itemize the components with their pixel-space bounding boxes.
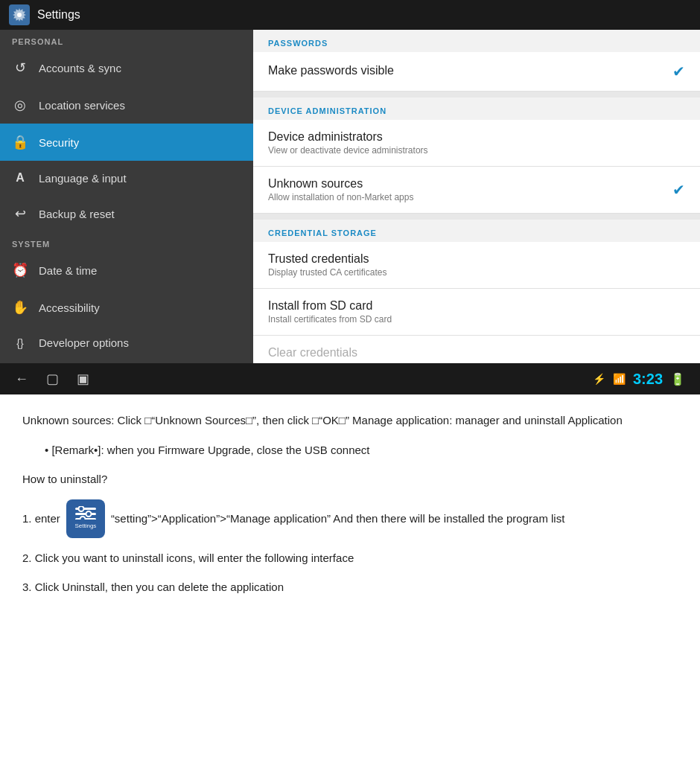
step-1-suffix: “setting”>“Application”>“Manage applicat…	[111, 509, 565, 528]
doc-step-1: 1. enter Settings “setting”>“Application…	[22, 499, 678, 538]
accessibility-label: Accessibility	[39, 301, 100, 314]
backup-reset-label: Backup & reset	[39, 208, 115, 220]
main-content: PERSONAL ↺ Accounts & sync ◎ Location se…	[0, 30, 700, 363]
device-administrators-title: Device administrators	[268, 130, 428, 144]
accessibility-icon: ✋	[12, 299, 28, 316]
make-passwords-visible-item[interactable]: Make passwords visible ✔	[253, 52, 700, 92]
system-section-label: SYSTEM	[0, 232, 253, 252]
security-label: Security	[39, 136, 79, 149]
unknown-sources-subtitle: Allow installation of non-Market apps	[268, 192, 413, 202]
divider-2	[253, 214, 700, 220]
language-input-label: Language & input	[39, 172, 127, 185]
nav-bar: ← ▢ ▣ ⚡ 📶 3:23 🔋	[0, 363, 700, 394]
svg-point-6	[80, 517, 85, 520]
battery-icon: 🔋	[670, 372, 685, 386]
location-services-icon: ◎	[12, 97, 28, 113]
settings-sliders-icon	[75, 506, 96, 520]
unknown-sources-text: Unknown sources Allow installation of no…	[268, 177, 413, 202]
nav-left-controls: ← ▢ ▣	[15, 371, 89, 387]
sidebar-item-security[interactable]: 🔒 Security	[0, 124, 253, 161]
settings-icon-label: Settings	[74, 521, 96, 531]
svg-point-5	[86, 511, 91, 517]
settings-app-icon	[9, 4, 30, 25]
install-from-sd-text: Install from SD card Install certificate…	[268, 299, 392, 325]
credential-storage-header: CREDENTIAL STORAGE	[253, 220, 700, 242]
trusted-credentials-title: Trusted credentials	[268, 252, 386, 266]
settings-icon-inline-wrapper: Settings	[66, 499, 105, 538]
make-passwords-visible-title: Make passwords visible	[268, 64, 394, 77]
sidebar: PERSONAL ↺ Accounts & sync ◎ Location se…	[0, 30, 253, 363]
app-title: Settings	[37, 8, 80, 22]
clock-display: 3:23	[633, 371, 663, 388]
doc-step-2: 2. Click you want to uninstall icons, wi…	[22, 549, 678, 568]
sidebar-item-language-input[interactable]: A Language & input	[0, 161, 253, 195]
recents-icon[interactable]: ▣	[77, 371, 89, 387]
accounts-sync-label: Accounts & sync	[39, 62, 121, 74]
sidebar-item-developer-options[interactable]: {} Developer options	[0, 326, 253, 359]
language-input-icon: A	[12, 171, 28, 185]
passwords-section-header: PASSWORDS	[253, 30, 700, 52]
install-from-sd-title: Install from SD card	[268, 299, 392, 313]
unknown-sources-title: Unknown sources	[268, 177, 413, 191]
unknown-sources-item[interactable]: Unknown sources Allow installation of no…	[253, 167, 700, 214]
personal-section-label: PERSONAL	[0, 30, 253, 49]
sidebar-item-accessibility[interactable]: ✋ Accessibility	[0, 289, 253, 326]
trusted-credentials-item[interactable]: Trusted credentials Display trusted CA c…	[253, 242, 700, 289]
sidebar-item-accounts-sync[interactable]: ↺ Accounts & sync	[0, 49, 253, 86]
install-from-sd-item[interactable]: Install from SD card Install certificate…	[253, 289, 700, 336]
sidebar-item-location-services[interactable]: ◎ Location services	[0, 86, 253, 124]
location-services-label: Location services	[39, 99, 125, 112]
date-time-icon: ⏰	[12, 262, 28, 278]
divider-1	[253, 92, 700, 98]
usb-icon: ⚡	[593, 373, 605, 385]
nav-right-status: ⚡ 📶 3:23 🔋	[593, 371, 685, 388]
sidebar-item-date-time[interactable]: ⏰ Date & time	[0, 252, 253, 289]
wifi-icon: 📶	[613, 373, 626, 385]
developer-options-label: Developer options	[39, 336, 129, 349]
right-panel: PASSWORDS Make passwords visible ✔ DEVIC…	[253, 30, 700, 363]
back-icon[interactable]: ←	[15, 371, 28, 387]
backup-reset-icon: ↩	[12, 205, 28, 222]
doc-remark: • [Remark•]: when you Firmware Upgrade, …	[45, 441, 678, 460]
device-administrators-text: Device administrators View or deactivate…	[268, 130, 428, 156]
doc-how-to: How to uninstall?	[22, 470, 678, 489]
clear-credentials-title: Clear credentials	[268, 346, 357, 359]
svg-point-4	[78, 506, 83, 511]
screenshot-area: Settings PERSONAL ↺ Accounts & sync ◎ Lo…	[0, 0, 700, 394]
date-time-label: Date & time	[39, 264, 97, 277]
accounts-sync-icon: ↺	[12, 60, 28, 76]
sidebar-item-backup-reset[interactable]: ↩ Backup & reset	[0, 195, 253, 232]
trusted-credentials-subtitle: Display trusted CA certificates	[268, 267, 386, 278]
clear-credentials-item: Clear credentials	[253, 336, 700, 363]
device-administrators-subtitle: View or deactivate device administrators	[268, 145, 428, 156]
title-bar: Settings	[0, 0, 700, 30]
unknown-sources-check: ✔	[672, 181, 685, 199]
device-administrators-item[interactable]: Device administrators View or deactivate…	[253, 120, 700, 167]
doc-para-1: Unknown sources: Click □“Unknown Sources…	[22, 411, 678, 430]
trusted-credentials-text: Trusted credentials Display trusted CA c…	[268, 252, 386, 278]
doc-area: Unknown sources: Click □“Unknown Sources…	[0, 394, 700, 624]
install-from-sd-subtitle: Install certificates from SD card	[268, 314, 392, 325]
device-admin-section-header: DEVICE ADMINISTRATION	[253, 98, 700, 120]
clear-credentials-text: Clear credentials	[268, 346, 357, 361]
doc-step-3: 3. Click Uninstall, then you can delete …	[22, 578, 678, 597]
security-icon: 🔒	[12, 134, 28, 150]
make-passwords-visible-check: ✔	[672, 63, 685, 80]
home-icon[interactable]: ▢	[46, 371, 59, 387]
developer-options-icon: {}	[12, 337, 28, 349]
settings-icon-box: Settings	[66, 499, 105, 538]
step-1-prefix: 1. enter	[22, 509, 60, 528]
make-passwords-visible-text: Make passwords visible	[268, 64, 394, 79]
